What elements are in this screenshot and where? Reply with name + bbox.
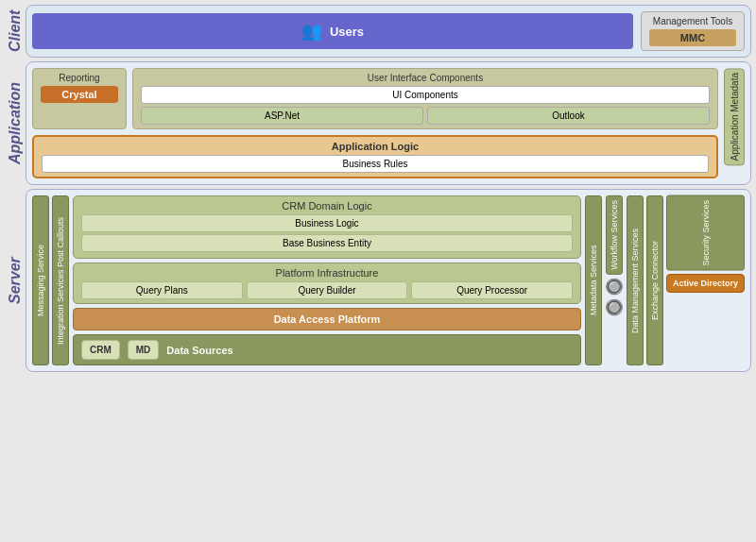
data-sources-label: Data Sources	[166, 345, 232, 356]
platform-box: Platform Infrastructure Query Plans Quer…	[73, 263, 581, 304]
data-access-box: Data Access Platform	[73, 308, 581, 330]
md-badge: MD	[128, 340, 160, 360]
application-section-wrapper: Application Reporting Crystal User Inter…	[5, 61, 751, 185]
main-container: Client 👥 Users Management Tools MMC Appl…	[5, 5, 751, 372]
ui-comp-item: UI Components	[141, 86, 710, 104]
server-left-labels: Messaging Service Integration Services P…	[32, 195, 69, 365]
base-business-entity-item: Base Business Entity	[81, 234, 573, 252]
crystal-box: Crystal	[41, 86, 118, 103]
business-logic-item: Business Logic	[81, 214, 573, 232]
app-inner: Reporting Crystal User Interface Compone…	[32, 68, 745, 178]
workflow-icon2: 🔘	[605, 298, 624, 316]
workflow-icon: 🔘	[605, 278, 624, 296]
management-tools-label: Management Tools	[649, 16, 736, 26]
platform-items-row: Query Plans Query Builder Query Processo…	[81, 281, 573, 299]
application-section: Reporting Crystal User Interface Compone…	[26, 61, 751, 185]
query-plans-item: Query Plans	[81, 281, 243, 299]
workflow-services-box: Workflow Services	[606, 195, 623, 275]
server-section: Messaging Service Integration Services P…	[26, 189, 751, 372]
server-right-labels: Metadata Services Workflow Services 🔘 🔘 …	[585, 195, 745, 365]
users-icon: 👥	[301, 21, 322, 42]
platform-title: Platform Infrastructure	[81, 267, 573, 279]
client-label: Client	[5, 5, 26, 58]
query-builder-item: Query Builder	[247, 281, 408, 299]
exchange-connector-box: Exchange Connector	[646, 195, 663, 365]
data-management-services-box: Data Management Services	[627, 195, 644, 365]
crm-domain-title: CRM Domain Logic	[81, 200, 573, 212]
ui-components-box: User Interface Components UI Components …	[132, 68, 718, 129]
server-section-wrapper: Server Messaging Service Integration Ser…	[5, 189, 751, 372]
metadata-services-box: Metadata Services	[585, 195, 602, 365]
app-metadata-box: Application Metadata	[724, 68, 745, 165]
reporting-box: Reporting Crystal	[32, 68, 127, 129]
client-inner: 👥 Users Management Tools MMC	[32, 11, 745, 51]
ui-comp-sub-row: ASP.Net Outlook	[141, 107, 710, 125]
asp-net-item: ASP.Net	[141, 107, 423, 125]
integration-services-box: Integration Services Post Callouts	[52, 195, 69, 365]
ui-comp-row: UI Components	[141, 86, 710, 104]
app-main: Reporting Crystal User Interface Compone…	[32, 68, 718, 178]
mmc-box: MMC	[649, 29, 736, 46]
users-label: Users	[330, 25, 364, 39]
active-directory-box: Active Directory	[666, 274, 745, 293]
crm-domain-box: CRM Domain Logic Business Logic Base Bus…	[73, 195, 581, 259]
server-inner: Messaging Service Integration Services P…	[32, 195, 745, 365]
reporting-label: Reporting	[41, 73, 118, 83]
client-section: 👥 Users Management Tools MMC	[26, 5, 751, 58]
server-label: Server	[5, 189, 26, 372]
business-rules-box: Business Rules	[42, 155, 709, 173]
security-col: Security Services Active Directory	[666, 195, 745, 365]
client-section-wrapper: Client 👥 Users Management Tools MMC	[5, 5, 751, 58]
crm-badge: CRM	[81, 340, 120, 360]
ui-components-title: User Interface Components	[141, 73, 710, 83]
users-box: 👥 Users	[32, 13, 633, 49]
outlook-item: Outlook	[427, 107, 710, 125]
messaging-service-box: Messaging Service	[32, 195, 49, 365]
app-logic-box: Application Logic Business Rules	[32, 135, 718, 178]
workflow-col: Workflow Services 🔘 🔘	[605, 195, 624, 365]
data-sources-box: CRM MD Data Sources	[73, 334, 581, 365]
app-logic-title: Application Logic	[42, 141, 709, 152]
query-processor-item: Query Processor	[411, 281, 573, 299]
app-top-row: Reporting Crystal User Interface Compone…	[32, 68, 718, 129]
security-services-box: Security Services	[666, 195, 745, 271]
application-label: Application	[5, 61, 26, 185]
server-main: CRM Domain Logic Business Logic Base Bus…	[73, 195, 581, 365]
management-tools-box: Management Tools MMC	[641, 11, 745, 51]
